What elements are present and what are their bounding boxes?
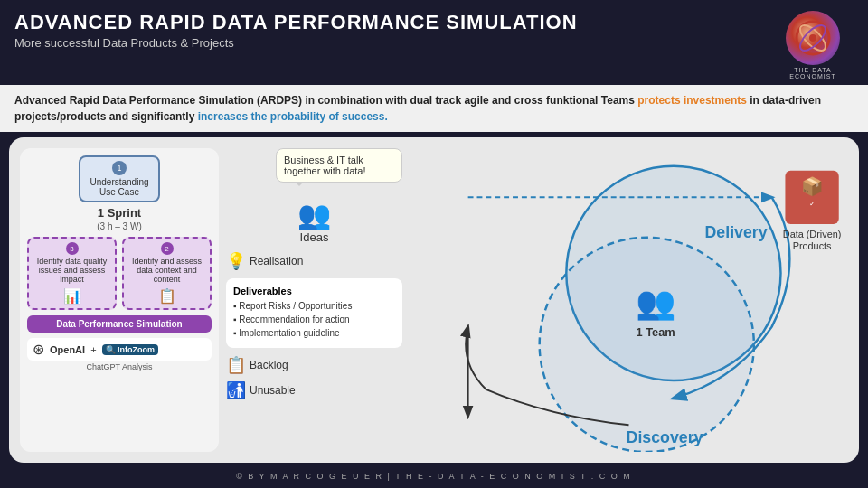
svg-text:👥: 👥	[636, 284, 676, 322]
svg-text:Products: Products	[793, 240, 832, 251]
footer: © B Y M A R C O G E U E R | T H E - D A …	[0, 468, 868, 484]
svg-text:Delivery: Delivery	[705, 223, 768, 241]
deliverables-box: Deliverables Report Risks / Opportunitie…	[226, 278, 402, 348]
footer-text: © B Y M A R C O G E U E R | T H E - D A …	[236, 472, 632, 481]
right-section: 👥 1 Team Delivery Discovery	[410, 148, 848, 452]
ideas-area: 👥 Ideas	[226, 199, 402, 244]
svg-point-5	[540, 238, 754, 452]
svg-text:✓: ✓	[809, 200, 816, 208]
deliverable-1: Report Risks / Opportunities	[233, 300, 395, 312]
sprint-box-3: 3 Identify data quality issues and asses…	[27, 237, 117, 310]
backlog-label: Backlog	[250, 359, 288, 371]
realisation-area: 💡 Realisation	[226, 251, 402, 271]
plus-sign: +	[90, 344, 96, 355]
intro-text-1: Advanced Rapid Data Performance Simulati…	[14, 94, 637, 107]
svg-text:Discovery: Discovery	[627, 428, 703, 446]
sprint-box-2: 2 Identify and assess data context and c…	[122, 237, 212, 310]
openai-bar: ⊛ OpenAI + 🔍 InfoZoom	[27, 338, 212, 361]
callout-box: Business & IT talk together with data!	[276, 148, 402, 183]
sprint-box-1-label: UnderstandingUse Case	[86, 177, 153, 197]
sprint-box-3-label: Identify data quality issues and assess …	[33, 257, 111, 284]
dps-footer: Data Performance Simulation	[27, 315, 212, 333]
main-content: 1 UnderstandingUse Case 1 Sprint (3 h – …	[9, 137, 859, 463]
backlog-area: 📋 Backlog	[226, 355, 402, 375]
realisation-label: Realisation	[250, 255, 303, 267]
openai-icon: ⊛	[33, 341, 44, 358]
header-left: ADVANCED RAPID DATA PERFORMANCE SIMULATI…	[14, 11, 578, 50]
sprint-box-1-num: 1	[112, 161, 127, 175]
svg-text:Data (Driven): Data (Driven)	[783, 229, 842, 239]
sprint-label: 1 Sprint	[27, 206, 212, 220]
svg-text:📦: 📦	[801, 175, 824, 197]
people-icon: 👥	[297, 199, 331, 230]
deliverables-title: Deliverables	[233, 286, 395, 296]
deliverable-3: Implementation guideline	[233, 327, 395, 339]
header-subtitle: More successful Data Products & Projects	[14, 36, 578, 50]
infozoom-label: InfoZoom	[118, 345, 155, 354]
page-title: ADVANCED RAPID DATA PERFORMANCE SIMULATI…	[14, 11, 578, 34]
header: ADVANCED RAPID DATA PERFORMANCE SIMULATI…	[0, 0, 868, 85]
intro-orange: protects investments	[637, 94, 747, 107]
left-panel: 1 UnderstandingUse Case 1 Sprint (3 h – …	[20, 148, 219, 452]
svg-text:1 Team: 1 Team	[637, 325, 675, 339]
ideas-label: Ideas	[300, 230, 329, 244]
infozoom-icon: 🔍	[106, 345, 116, 354]
logo-text: THE DATAECONOMIST	[789, 67, 835, 80]
diagram-svg: 👥 1 Team Delivery Discovery	[410, 148, 848, 452]
backlog-icon: 📋	[226, 355, 246, 375]
logo-area: THE DATAECONOMIST	[772, 11, 854, 80]
unusable-label: Unusable	[250, 384, 296, 397]
intro-blue: increases the probability of success.	[198, 110, 388, 123]
intro-bar: Advanced Rapid Data Performance Simulati…	[0, 85, 868, 132]
deliverable-2: Recommendation for action	[233, 314, 395, 325]
openai-label: OpenAI	[50, 344, 85, 355]
sprint-box-2-label: Identify and assess data context and con…	[127, 257, 206, 284]
unusable-icon: 🚮	[226, 380, 246, 400]
infozoom-logo: 🔍 InfoZoom	[102, 344, 159, 355]
deliverables-list: Report Risks / Opportunities Recommendat…	[233, 300, 395, 339]
middle-section: Business & IT talk together with data! 👥…	[226, 148, 402, 452]
bottom-boxes: 3 Identify data quality issues and asses…	[27, 237, 212, 310]
sprint-sub: (3 h – 3 W)	[27, 221, 212, 231]
svg-point-3	[809, 34, 816, 42]
lightbulb-icon: 💡	[226, 251, 246, 271]
sprint-area: 1 UnderstandingUse Case 1 Sprint (3 h – …	[20, 148, 219, 452]
unusable-area: 🚮 Unusable	[226, 380, 402, 400]
logo-icon	[786, 11, 840, 65]
sprint-box-3-num: 3	[66, 242, 79, 255]
intro-text: Advanced Rapid Data Performance Simulati…	[14, 94, 821, 123]
chatgpt-label: ChatGPT Analysis	[27, 362, 212, 371]
sprint-box-1: 1 UnderstandingUse Case	[79, 155, 160, 202]
sprint-box-2-num: 2	[161, 242, 174, 255]
callout-text: Business & IT talk together with data!	[284, 155, 366, 176]
